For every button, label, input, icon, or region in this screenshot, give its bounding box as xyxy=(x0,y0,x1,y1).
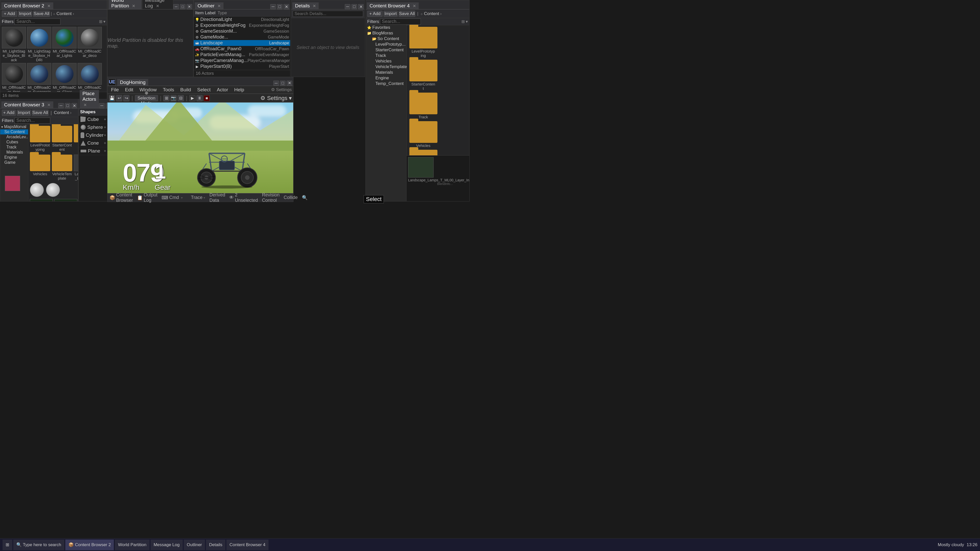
taskbar-search-button[interactable]: 🔍 Type here to search xyxy=(13,540,64,550)
place-item-sphere[interactable]: Sphere + xyxy=(79,124,108,131)
cb3-tab[interactable]: Content Browser 3 ✕ xyxy=(1,101,53,108)
vp-redo-button[interactable]: ↪ xyxy=(123,95,129,101)
cb4-import-button[interactable]: Import xyxy=(383,11,398,17)
details-close-icon[interactable]: ✕ xyxy=(313,4,316,8)
vp-camera-button[interactable]: 📷 xyxy=(170,95,177,101)
vp-pause-button[interactable]: ⏸ xyxy=(197,95,203,101)
list-item[interactable]: LevelPrototyping xyxy=(409,27,438,58)
cb3-close-button[interactable]: ✕ xyxy=(72,103,77,108)
viewport-tab[interactable]: DogHoming xyxy=(117,79,148,86)
cb2-saveall-button[interactable]: Save All xyxy=(33,11,50,17)
vp-menu-select[interactable]: Select xyxy=(195,86,213,93)
place-minimize-button[interactable]: ─ xyxy=(99,103,105,108)
place-actors-tab[interactable]: Place Actors ✕ xyxy=(80,90,99,108)
wp-maximize-button[interactable]: □ xyxy=(180,4,186,9)
status-derived-data[interactable]: Derived Data xyxy=(209,192,225,203)
cb3-tree-materials[interactable]: Materials xyxy=(0,150,28,155)
cb2-close-icon[interactable]: ✕ xyxy=(47,4,51,8)
cb4-tree-vehicletemplate[interactable]: VehicleTemplate xyxy=(366,64,406,70)
details-maximize-button[interactable]: □ xyxy=(352,4,357,9)
outliner-tab[interactable]: Outliner ✕ xyxy=(195,2,224,9)
taskbar-outliner-button[interactable]: Outliner xyxy=(184,540,205,550)
cb3-search-input[interactable] xyxy=(14,118,50,124)
vp-grid-button[interactable]: ⊟ xyxy=(178,95,184,101)
cb2-breadcrumb[interactable]: Content xyxy=(56,11,72,16)
cone-add-icon[interactable]: + xyxy=(104,141,106,145)
details-search-input[interactable] xyxy=(293,11,363,17)
cube-add-icon[interactable]: + xyxy=(104,117,106,122)
vp-stop-button[interactable]: ■ xyxy=(204,95,210,101)
cb4-tree-materials[interactable]: Materials xyxy=(366,70,406,75)
status-collide[interactable]: Collide xyxy=(284,195,298,200)
status-search-icon[interactable]: 🔍 xyxy=(302,195,307,200)
cb3-tree-cubes[interactable]: Cubes xyxy=(0,140,28,144)
vp-menu-help[interactable]: Help xyxy=(232,86,246,93)
cb3-breadcrumb[interactable]: Content xyxy=(54,110,69,115)
taskbar-cb4-button[interactable]: Content Browser 4 xyxy=(226,540,269,550)
cb2-view-options[interactable]: ⊞ ▾ xyxy=(99,19,105,24)
details-close-button[interactable]: ✕ xyxy=(358,4,364,9)
list-item[interactable]: StarterContent xyxy=(52,126,72,151)
cb4-tree-favorites[interactable]: ⭐ Favorites xyxy=(366,25,406,30)
list-item[interactable]: 🏔 Landscape_Lamps_1 xyxy=(74,155,78,180)
outliner-close-icon[interactable]: ✕ xyxy=(218,4,221,8)
list-item[interactable]: MI_OffRoadCar_Lights xyxy=(52,27,76,62)
place-item-cube[interactable]: Cube + xyxy=(79,116,108,124)
list-item[interactable]: MI_LightStage_Skybox_HDRi xyxy=(27,27,51,62)
viewport-minimize-button[interactable]: ─ xyxy=(273,81,279,86)
cb3-tree-trackitem[interactable]: Track xyxy=(0,144,28,150)
cb2-search-input[interactable] xyxy=(14,19,60,25)
outliner-actor-particle[interactable]: ✨ ParticleEventManag... ParticleEventMan… xyxy=(194,52,290,58)
cb3-maximize-button[interactable]: □ xyxy=(65,103,70,108)
wp-minimize-button[interactable]: ─ xyxy=(173,4,179,9)
thumb-item-1[interactable]: Landscape_Lamps_T_ML00_Layer_Instance0 B… xyxy=(408,157,469,186)
details-tab[interactable]: Details ✕ xyxy=(292,2,319,9)
list-item[interactable]: MI_OffRoadCar_Glass xyxy=(52,63,76,92)
list-item[interactable]: MI_OffRoadCar_Suspension xyxy=(27,63,51,92)
outliner-actor-fog[interactable]: 🌫 ExponentialHeightFog ExponentialHeight… xyxy=(194,22,290,28)
outliner-actor-camera[interactable]: 📷 PlayerCameraManag... PlayerCameraManag… xyxy=(194,58,290,64)
cb3-minimize-button[interactable]: ─ xyxy=(58,103,64,108)
list-item[interactable]: MI_OffRoadCar_Wheel xyxy=(78,63,102,92)
place-item-cone[interactable]: Cone + xyxy=(79,139,108,147)
cb4-tree-vehicles[interactable]: Vehicles xyxy=(366,59,406,64)
taskbar-wp-button[interactable]: World Partition xyxy=(115,540,149,550)
list-item[interactable]: LevelPrototyping xyxy=(30,126,50,151)
msg-log-tab[interactable]: Message Log ✕ xyxy=(142,0,173,9)
cb3-add-button[interactable]: + Add xyxy=(2,110,16,116)
status-output-log[interactable]: 📋 Output Log xyxy=(137,192,158,203)
cb4-close-icon[interactable]: ✕ xyxy=(413,4,416,8)
sphere-add-icon[interactable]: + xyxy=(104,125,106,130)
cb3-thumb-2[interactable]: Landscape_Lamps_T_ML00_Layer_Merged Laye… xyxy=(54,199,77,201)
list-item[interactable]: Vehicles xyxy=(409,121,438,148)
cb4-filters-label[interactable]: Filters xyxy=(367,19,379,24)
status-revision[interactable]: Revision Control xyxy=(262,192,280,203)
wp-close-button[interactable]: ✕ xyxy=(186,4,192,9)
list-item[interactable]: VehicleTemplate xyxy=(52,155,72,180)
cb2-tab[interactable]: Content Browser 2 ✕ xyxy=(1,2,53,9)
cb2-add-button[interactable]: + Add xyxy=(2,11,17,17)
outliner-actor-dirlight[interactable]: 💡 DirectionalLight DirectionalLight xyxy=(194,17,290,22)
status-trace[interactable]: Trace ▾ xyxy=(191,195,205,200)
cb4-search-input[interactable] xyxy=(380,19,421,25)
list-item[interactable]: VehicleTemplate xyxy=(409,150,438,156)
list-item[interactable]: MI_OffRoadCar_deco xyxy=(78,27,102,62)
msg-log-close-icon[interactable]: ✕ xyxy=(156,4,159,8)
place-item-plane[interactable]: Plane + xyxy=(79,147,108,155)
cb4-tree-temptools[interactable]: Temp_Content xyxy=(366,81,406,86)
vp-undo-button[interactable]: ↩ xyxy=(116,95,122,101)
cb4-view-options-icon[interactable]: ⊞ ▾ xyxy=(461,19,468,24)
cb2-filters-label[interactable]: Filters xyxy=(2,19,14,24)
circle-small-2[interactable] xyxy=(46,183,60,197)
cb3-close-icon[interactable]: ✕ xyxy=(47,103,51,107)
cb3-tree-engine[interactable]: Engine xyxy=(0,155,28,160)
taskbar-details-button[interactable]: Details xyxy=(206,540,225,550)
details-minimize-button[interactable]: ─ xyxy=(345,4,350,9)
taskbar-msg-button[interactable]: Message Log xyxy=(151,540,183,550)
taskbar-start-button[interactable]: ⊞ xyxy=(3,540,12,550)
cb3-filters-label[interactable]: Filters xyxy=(2,118,14,123)
taskbar-cb2-button[interactable]: 📦 Content Browser 2 xyxy=(65,540,114,550)
circle-small-1[interactable] xyxy=(30,183,44,197)
vp-save-button[interactable]: 💾 xyxy=(109,95,115,101)
vp-menu-build[interactable]: Build xyxy=(178,86,193,93)
